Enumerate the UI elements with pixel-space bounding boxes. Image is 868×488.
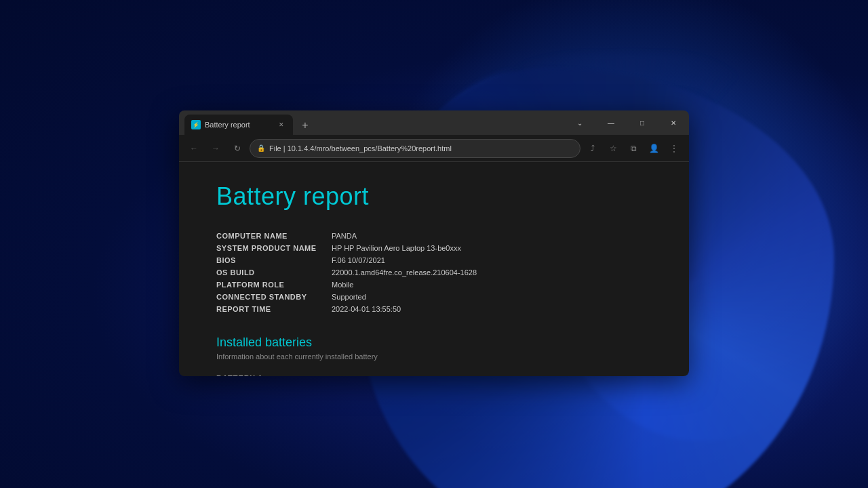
back-button[interactable]: ← [184, 139, 203, 158]
share-button[interactable]: ⤴ [583, 139, 602, 158]
battery-1-header: BATTERY 1 [216, 371, 662, 376]
active-tab[interactable]: Battery report ✕ [184, 115, 293, 135]
address-bar: ← → ↻ 🔒 File | 10.1.4.4/mro/between_pcs/… [179, 135, 689, 162]
refresh-button[interactable]: ↻ [228, 139, 247, 158]
info-label-2: BIOS [216, 254, 332, 266]
info-label-0: COMPUTER NAME [216, 230, 332, 242]
address-url: File | 10.1.4.4/mro/between_pcs/Battery%… [269, 144, 452, 152]
page-title: Battery report [216, 182, 662, 211]
address-lock-icon: 🔒 [257, 144, 265, 152]
info-value-4: Mobile [332, 279, 662, 291]
tabs-area: Battery report ✕ + [179, 110, 564, 135]
forward-button[interactable]: → [206, 139, 225, 158]
info-value-1: HP HP Pavilion Aero Laptop 13-be0xxx [332, 242, 662, 254]
info-value-3: 22000.1.amd64fre.co_release.210604-1628 [332, 266, 662, 279]
info-label-4: PLATFORM ROLE [216, 279, 332, 291]
browser-window: Battery report ✕ + ⌄ — □ ✕ ← → ↻ 🔒 File … [179, 110, 689, 376]
tab-close-button[interactable]: ✕ [277, 120, 286, 129]
favorites-button[interactable]: ☆ [604, 139, 623, 158]
window-maximize-button[interactable]: □ [627, 110, 658, 135]
info-value-2: F.06 10/07/2021 [332, 254, 662, 266]
browser-titlebar: Battery report ✕ + ⌄ — □ ✕ [179, 110, 689, 135]
split-view-button[interactable]: ⧉ [624, 139, 643, 158]
window-close-button[interactable]: ✕ [658, 110, 689, 135]
window-controls: ⌄ — □ ✕ [564, 110, 689, 135]
system-info-table: COMPUTER NAME PANDA SYSTEM PRODUCT NAME … [216, 230, 662, 315]
info-label-1: SYSTEM PRODUCT NAME [216, 242, 332, 254]
toolbar-right: ⤴ ☆ ⧉ 👤 ⋮ [583, 139, 684, 158]
page-content: Battery report COMPUTER NAME PANDA SYSTE… [179, 162, 689, 376]
address-field[interactable]: 🔒 File | 10.1.4.4/mro/between_pcs/Batter… [250, 139, 580, 158]
menu-button[interactable]: ⋮ [665, 139, 684, 158]
info-value-5: Supported [332, 291, 662, 303]
installed-batteries-title: Installed batteries [216, 336, 662, 350]
tab-label: Battery report [205, 121, 273, 129]
info-label-6: REPORT TIME [216, 303, 332, 315]
profile-button[interactable]: 👤 [644, 139, 663, 158]
info-value-0: PANDA [332, 230, 662, 242]
window-chevron-button[interactable]: ⌄ [564, 110, 595, 135]
new-tab-button[interactable]: + [296, 116, 315, 135]
window-minimize-button[interactable]: — [595, 110, 627, 135]
info-label-3: OS BUILD [216, 266, 332, 279]
tab-favicon [191, 120, 201, 129]
installed-batteries-subtitle: Information about each currently install… [216, 352, 662, 361]
info-value-6: 2022-04-01 13:55:50 [332, 303, 662, 315]
info-label-5: CONNECTED STANDBY [216, 291, 332, 303]
